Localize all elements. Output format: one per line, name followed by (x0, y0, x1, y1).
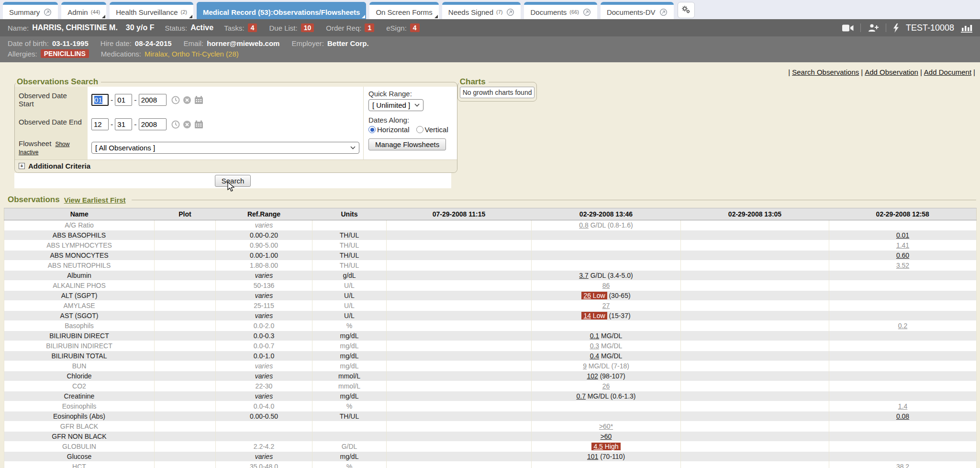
value-cell-3 (681, 411, 829, 422)
view-earliest-first-link[interactable]: View Earliest First (64, 196, 126, 204)
medication-link-ortho-tri-cyclen-28[interactable]: Ortho Tri-Cyclen (28) (172, 50, 239, 58)
units-cell: G/DL (312, 442, 387, 452)
counter-badge[interactable]: 4 (410, 23, 420, 32)
observation-value-link[interactable]: 3.7 (579, 272, 588, 279)
observation-value-link[interactable]: 86 (602, 282, 610, 289)
observation-value-link[interactable]: >60 (601, 433, 612, 440)
expand-plus-icon[interactable]: + (19, 163, 25, 169)
units-cell (312, 422, 387, 432)
flowsheet-select[interactable]: [ All Observations ] (91, 142, 359, 154)
observations-table: NamePlotRef.RangeUnits07-29-2008 11:1502… (4, 208, 977, 468)
add-observation-link[interactable]: Add Observation (865, 68, 918, 76)
popup-icon[interactable] (583, 8, 591, 16)
allergy-badge[interactable]: PENICILLINS (41, 49, 89, 58)
table-row-amylase: AMYLASE25-115U/L27 (4, 301, 977, 311)
tab-health-surveillance[interactable]: Health Surveillance(2) (110, 2, 193, 19)
column-header-ref-range: Ref.Range (216, 208, 312, 220)
add-document-link[interactable]: Add Document (924, 68, 971, 76)
observation-value-link[interactable]: 4.5 (593, 443, 602, 450)
observation-value-link[interactable]: 0.4 (590, 352, 599, 360)
counter-tasks: Tasks:4 (224, 23, 257, 32)
tab-count: (2) (181, 9, 187, 15)
observation-value-link[interactable]: 9 (583, 362, 587, 370)
observation-value-link[interactable]: 0.3 (590, 342, 599, 350)
popup-icon[interactable] (506, 8, 514, 16)
units-cell: TH/UL (312, 240, 387, 251)
observation-value-link[interactable]: 14 (583, 312, 591, 320)
observation-value-link[interactable]: 3.52 (896, 262, 909, 269)
popup-icon[interactable] (44, 8, 52, 16)
settings-tab-button[interactable] (678, 2, 695, 18)
units-cell: % (312, 401, 387, 411)
observation-value-link[interactable]: 26 (583, 292, 591, 299)
observation-value-link[interactable]: 26 (602, 382, 610, 390)
radio-button[interactable] (368, 126, 376, 133)
tab-label: Documents (530, 8, 567, 16)
observation-value-link[interactable]: 0.1 (590, 332, 599, 340)
units-cell (312, 220, 387, 230)
clear-date-icon[interactable] (183, 96, 191, 104)
calendar-icon[interactable] (194, 96, 203, 104)
observation-value-link[interactable]: 0.7 (577, 392, 586, 400)
counter-badge[interactable]: 1 (365, 23, 374, 32)
date-end-day-input[interactable]: 31 (115, 118, 132, 130)
time-icon[interactable] (171, 96, 180, 104)
time-icon[interactable] (171, 120, 180, 129)
observation-value-link[interactable]: 0.2 (898, 322, 907, 330)
video-camera-icon[interactable] (842, 24, 854, 32)
ref-range-cell: varies (216, 452, 312, 462)
observation-value-link[interactable]: 101 (587, 453, 598, 460)
counter-badge[interactable]: 4 (248, 23, 257, 32)
tab-documents[interactable]: Documents(66) (524, 2, 597, 19)
units-cell: U/L (312, 301, 387, 311)
tab-summary[interactable]: Summary (3, 2, 58, 19)
clear-date-icon[interactable] (183, 120, 191, 129)
radio-horizontal[interactable]: Horizontal (368, 126, 410, 134)
medication-link-miralax[interactable]: Miralax (145, 50, 167, 58)
units-cell: mg/dL (312, 452, 387, 462)
tab-documents-dv[interactable]: Documents-DV (601, 2, 674, 19)
tab-admin[interactable]: Admin(44) (61, 2, 106, 19)
radio-vertical[interactable]: Vertical (416, 126, 448, 134)
observation-value-link[interactable]: 0.01 (896, 231, 909, 239)
observation-value-link[interactable]: 1.41 (896, 241, 909, 249)
search-observations-link[interactable]: Search Observations (792, 68, 859, 76)
radio-button[interactable] (416, 126, 423, 133)
observation-value-link[interactable]: 27 (602, 302, 610, 309)
value-cell-1 (387, 220, 532, 230)
tab-needs-signed[interactable]: Needs Signed(7) (442, 2, 521, 19)
observation-value-link[interactable]: 0.8 (579, 221, 588, 229)
date-end-year-input[interactable]: 2008 (139, 118, 167, 130)
popup-icon[interactable] (659, 8, 668, 16)
table-row-creatinine: Creatininevariesmg/dL0.7 MG/DL (0.6-1.3) (4, 391, 977, 401)
observation-value-link[interactable]: 38.2 (896, 463, 909, 468)
date-end-month-input[interactable]: 12 (91, 118, 109, 130)
date-start-month-input[interactable]: 01 (91, 94, 109, 106)
observations-search-title: Observations Search (16, 77, 101, 87)
tab-medical-record-53-observations-flowsheets[interactable]: Medical Record (53):Observations/Flowshe… (197, 2, 366, 19)
lightning-bolt-icon[interactable] (893, 23, 899, 33)
ref-range: 0.0-0.3 (254, 332, 275, 340)
observation-value-link[interactable]: 0.08 (896, 412, 909, 420)
observation-value-link[interactable]: 102 (587, 372, 598, 380)
observation-name: ABS LYMPHOCYTES (4, 240, 155, 251)
calendar-icon[interactable] (194, 120, 203, 129)
value-cell-1 (387, 271, 532, 281)
date-start-year-input[interactable]: 2008 (139, 94, 167, 106)
manage-flowsheets-button[interactable]: Manage Flowsheets (368, 138, 446, 150)
tab-on-screen-forms[interactable]: On Screen Forms (369, 2, 438, 19)
additional-criteria-toggle[interactable]: + Additional Criteria (15, 160, 457, 172)
observation-value-link[interactable]: 1.4 (898, 402, 907, 410)
observation-value-link[interactable]: >60* (599, 422, 613, 430)
value-cell-3 (681, 351, 829, 361)
counter-badge[interactable]: 10 (301, 23, 314, 32)
value-cell-1 (387, 432, 532, 442)
value-cell-3 (681, 311, 829, 321)
bar-chart-icon[interactable] (961, 23, 972, 33)
observation-value-link[interactable]: 0.60 (896, 251, 909, 259)
date-start-day-input[interactable]: 01 (115, 94, 132, 106)
column-header-name: Name (4, 208, 155, 220)
add-person-icon[interactable] (868, 23, 879, 32)
quick-range-select[interactable]: [ Unlimited ] (368, 99, 423, 111)
ref-range-cell: 0.00-0.50 (216, 411, 312, 422)
